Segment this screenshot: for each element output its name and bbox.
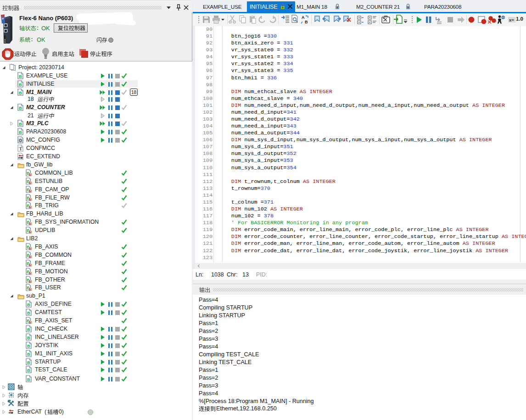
svg-text:B: B — [19, 105, 22, 110]
svg-text:B: B — [27, 377, 30, 382]
svg-text:B: B — [27, 351, 30, 356]
svg-text:B: B — [19, 73, 22, 78]
svg-text:x=: x= — [509, 17, 514, 22]
svg-text:B: B — [19, 82, 22, 87]
svg-text:B: B — [27, 302, 30, 307]
svg-text:B: B — [27, 335, 30, 340]
svg-text:B: B — [27, 359, 30, 365]
svg-text:B: B — [19, 122, 22, 127]
svg-text:B: B — [27, 368, 30, 373]
svg-text:B: B — [19, 130, 22, 135]
svg-text:B: B — [27, 343, 30, 348]
svg-text:B: B — [305, 20, 308, 24]
svg-text:T: T — [19, 146, 22, 151]
svg-text:A: A — [302, 15, 305, 20]
svg-text:B: B — [27, 310, 30, 315]
svg-text:B: B — [27, 326, 30, 332]
svg-text:B: B — [19, 90, 22, 95]
